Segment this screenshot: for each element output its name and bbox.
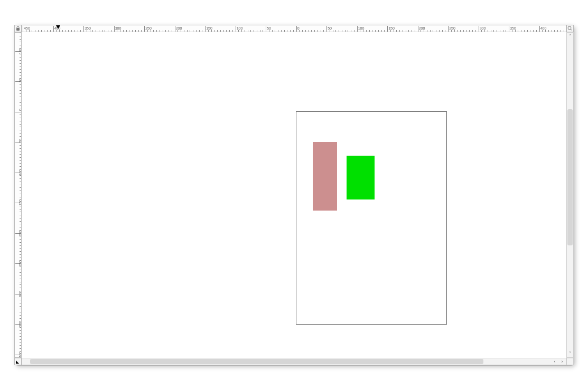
horizontal-scrollbar[interactable]: ‹ › [22, 358, 566, 365]
ruler-tick-minor [20, 102, 21, 103]
ruler-tick-minor [20, 124, 21, 125]
ruler-tick-minor [430, 30, 431, 32]
editor-frame: 4504003503002502001501005005010015020025… [14, 25, 574, 365]
ruler-corner-zoom[interactable] [566, 25, 574, 32]
ruler-tick-minor [120, 30, 120, 32]
document-page[interactable] [296, 111, 447, 325]
ruler-tick-minor [20, 270, 21, 270]
ruler-label: 350 [510, 26, 516, 30]
ruler-h-position-marker-icon[interactable] [56, 25, 60, 29]
ruler-tick-minor [20, 121, 21, 121]
canvas-workspace[interactable] [22, 32, 566, 358]
ruler-label: 150 [206, 26, 212, 30]
ruler-tick-minor [521, 30, 521, 32]
ruler-tick-minor [260, 30, 260, 32]
ruler-tick-minor [530, 30, 530, 32]
ruler-tick-minor [151, 30, 151, 32]
ruler-tick-minor [278, 30, 278, 32]
ruler-label: 100 [237, 26, 243, 30]
ruler-tick-minor [309, 30, 309, 32]
ruler-tick-minor [20, 84, 21, 85]
ruler-tick-minor [20, 118, 21, 118]
scroll-down-arrow-icon[interactable]: ˅ [567, 350, 573, 357]
ruler-tick-minor [20, 245, 21, 246]
ruler-tick-minor [20, 248, 21, 249]
ruler-tick-minor [394, 30, 394, 32]
ruler-tick-minor [35, 30, 35, 32]
ruler-tick-minor [460, 30, 461, 32]
ruler-tick-minor [552, 30, 552, 32]
scroll-left-arrow-icon[interactable]: ‹ [551, 358, 558, 365]
ruler-tick-minor [90, 30, 90, 32]
ruler-tick-minor [108, 30, 108, 32]
ruler-tick-minor [78, 30, 78, 32]
ruler-tick-minor [99, 30, 99, 32]
ruler-tick-minor [20, 279, 21, 279]
ruler-tick-minor [20, 272, 21, 273]
shape-rect-mauve[interactable] [313, 142, 337, 211]
scroll-up-arrow-icon[interactable]: ˄ [567, 33, 573, 40]
ruler-tick-minor [424, 30, 424, 32]
vertical-scrollbar[interactable]: ˄ ˅ [566, 32, 574, 358]
ruler-origin-corner[interactable] [14, 358, 22, 365]
origin-triangle-icon [16, 360, 19, 364]
horizontal-ruler[interactable]: 4504003503002502001501005005010015020025… [22, 25, 566, 32]
ruler-tick-minor [20, 315, 21, 316]
ruler-tick-minor [56, 30, 57, 32]
ruler-tick-minor [436, 30, 436, 32]
ruler-tick-minor [20, 306, 21, 307]
shape-rect-green[interactable] [347, 156, 375, 199]
ruler-tick-minor [68, 30, 69, 32]
ruler-tick-major [296, 26, 297, 32]
vertical-ruler[interactable]: 10050050100150200250300350400 [14, 32, 22, 358]
ruler-tick-minor [102, 30, 102, 32]
ruler-tick-minor [457, 30, 458, 32]
ruler-tick-minor [339, 30, 339, 32]
ruler-tick-minor [257, 30, 257, 32]
ruler-tick-minor [403, 30, 403, 32]
ruler-tick-minor [193, 30, 193, 32]
ruler-tick-minor [20, 90, 21, 91]
ruler-tick-minor [111, 30, 111, 32]
ruler-tick-minor [71, 30, 72, 32]
ruler-tick-minor [184, 30, 184, 32]
ruler-tick-minor [493, 30, 494, 32]
ruler-tick-minor [20, 97, 21, 97]
vertical-scroll-thumb[interactable] [567, 109, 573, 245]
ruler-tick-minor [241, 30, 242, 32]
ruler-corner-lock[interactable] [14, 25, 22, 32]
ruler-tick-minor [20, 39, 21, 40]
ruler-tick-minor [433, 30, 433, 32]
ruler-tick-minor [20, 178, 21, 179]
ruler-tick-minor [463, 30, 464, 32]
ruler-tick-minor [554, 30, 555, 32]
ruler-label: 50 [267, 26, 271, 30]
ruler-tick-minor [20, 333, 21, 334]
ruler-tick-minor [123, 30, 124, 32]
horizontal-scroll-thumb[interactable] [30, 359, 483, 364]
ruler-tick-minor [135, 30, 136, 32]
ruler-tick-minor [165, 30, 166, 32]
ruler-tick-minor [20, 242, 21, 243]
ruler-label: 200 [176, 26, 182, 30]
ruler-tick-minor [226, 30, 227, 32]
ruler-tick-major [539, 26, 540, 32]
ruler-label: 400 [540, 26, 547, 30]
ruler-tick-minor [20, 194, 21, 194]
ruler-tick-minor [20, 69, 21, 70]
ruler-tick-minor [20, 136, 21, 137]
ruler-tick-minor [156, 30, 157, 32]
ruler-tick-minor [342, 30, 342, 32]
ruler-tick-minor [20, 288, 21, 288]
ruler-label: 300 [115, 26, 122, 30]
ruler-tick-minor [527, 30, 528, 32]
ruler-tick-minor [92, 30, 93, 32]
ruler-tick-major [326, 26, 327, 32]
ruler-tick-major [509, 26, 509, 32]
ruler-tick-minor [20, 93, 21, 94]
ruler-tick-minor [412, 30, 412, 32]
scroll-right-arrow-icon[interactable]: › [558, 358, 566, 365]
ruler-tick-major [418, 26, 418, 32]
ruler-tick-minor [311, 30, 312, 32]
ruler-tick-minor [129, 30, 129, 32]
